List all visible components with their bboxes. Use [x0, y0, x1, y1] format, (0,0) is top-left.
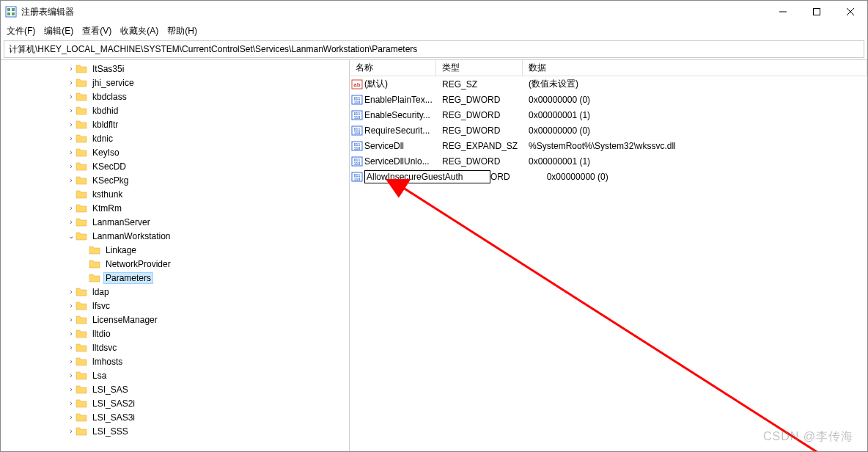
tree-item-label: LSI_SAS2i [90, 398, 137, 409]
tree-item[interactable]: ksthunk [1, 187, 349, 201]
value-row[interactable]: ab(默认)REG_SZ(数值未设置) [350, 76, 867, 92]
tree-item-label: lfsvc [90, 300, 112, 312]
tree-item-label: KtmRm [90, 203, 124, 214]
menu-favorites[interactable]: 收藏夹(A) [120, 25, 158, 37]
tree-item[interactable]: ›LanmanServer [1, 215, 349, 229]
expander-icon[interactable]: › [67, 218, 76, 226]
address-bar[interactable]: 计算机\HKEY_LOCAL_MACHINE\SYSTEM\CurrentCon… [4, 40, 864, 58]
expander-icon[interactable]: › [67, 343, 76, 351]
tree-panel[interactable]: ›ItSas35i›jhi_service›kbdclass›kbdhid›kb… [1, 60, 350, 451]
value-icon: 011110 [350, 171, 364, 183]
tree-item-label: kdnic [90, 133, 115, 145]
svg-rect-6 [814, 9, 820, 15]
menu-file[interactable]: 文件(F) [7, 25, 35, 37]
value-name: ServiceDll [364, 141, 436, 151]
expander-icon[interactable]: › [67, 106, 76, 114]
tree-item[interactable]: Linkage [1, 243, 349, 257]
values-list[interactable]: ab(默认)REG_SZ(数值未设置)011110EnablePlainTex.… [350, 76, 867, 451]
tree-item-label: Parameters [103, 272, 153, 284]
tree-item[interactable]: ›kbldfltr [1, 117, 349, 131]
expander-icon[interactable]: › [67, 427, 76, 435]
window-title: 注册表编辑器 [21, 6, 766, 18]
value-row[interactable]: 011110RequireSecurit...REG_DWORD0x000000… [350, 123, 867, 138]
expander-icon[interactable]: › [67, 413, 76, 421]
tree-item[interactable]: ›KSecDD [1, 159, 349, 173]
tree-item[interactable]: NetworkProvider [1, 257, 349, 271]
tree-item[interactable]: ›KtmRm [1, 201, 349, 215]
tree-item[interactable]: ›LSI_SAS2i [1, 396, 349, 410]
menu-view[interactable]: 查看(V) [82, 25, 111, 37]
tree-item[interactable]: ›LSI_SAS [1, 382, 349, 396]
tree-item[interactable]: Parameters [1, 271, 349, 285]
expander-icon[interactable]: › [67, 148, 76, 156]
value-data: 0x00000001 (1) [523, 110, 867, 120]
close-button[interactable] [834, 1, 867, 23]
value-icon: ab [350, 79, 364, 90]
tree-item[interactable]: ⌄LanmanWorkstation [1, 229, 349, 243]
tree-item-label: kbdhid [90, 105, 120, 117]
tree-item-label: LicenseManager [90, 314, 160, 326]
tree-item[interactable]: ›jhi_service [1, 76, 349, 90]
expander-icon[interactable]: › [67, 302, 76, 310]
tree-item[interactable]: ›lmhosts [1, 354, 349, 368]
value-type: REG_EXPAND_SZ [436, 141, 523, 151]
tree-item[interactable]: ›Lsa [1, 368, 349, 382]
expander-icon[interactable]: › [67, 385, 76, 393]
tree-item[interactable]: ›lltdsvc [1, 340, 349, 354]
column-type[interactable]: 类型 [436, 60, 523, 76]
tree-item-label: ksthunk [90, 189, 125, 200]
expander-icon[interactable]: › [67, 120, 76, 128]
tree-item[interactable]: ›KeyIso [1, 145, 349, 159]
tree-item-label: Linkage [103, 244, 139, 256]
value-row[interactable]: 011110ORD0x00000000 (0) [350, 169, 867, 184]
tree-item[interactable]: ›LSI_SAS3i [1, 410, 349, 424]
expander-icon[interactable]: › [67, 204, 76, 212]
expander-icon[interactable]: › [67, 329, 76, 338]
column-name[interactable]: 名称 [350, 60, 436, 76]
tree-item[interactable]: ›kbdclass [1, 90, 349, 103]
tree-item[interactable]: ›ItSas35i [1, 62, 349, 76]
value-row[interactable]: 011110EnableSecurity...REG_DWORD0x000000… [350, 107, 867, 123]
value-data: %SystemRoot%\System32\wkssvc.dll [523, 141, 867, 151]
menu-help[interactable]: 帮助(H) [167, 25, 197, 37]
expander-icon[interactable]: › [67, 357, 76, 365]
svg-rect-3 [7, 12, 10, 15]
svg-text:110: 110 [354, 131, 361, 135]
tree-item[interactable]: ›KSecPkg [1, 173, 349, 187]
expander-icon[interactable]: › [67, 288, 76, 296]
expander-icon[interactable]: › [67, 316, 76, 324]
expander-icon[interactable]: › [67, 79, 76, 87]
value-row[interactable]: 011110ServiceDllREG_EXPAND_SZ%SystemRoot… [350, 138, 867, 153]
minimize-button[interactable] [766, 1, 800, 23]
expander-icon[interactable]: › [67, 176, 76, 184]
maximize-button[interactable] [800, 1, 834, 23]
tree-item[interactable]: ›lfsvc [1, 299, 349, 313]
value-icon: 011110 [350, 156, 364, 167]
column-data[interactable]: 数据 [523, 60, 867, 76]
column-header: 名称 类型 数据 [350, 60, 867, 76]
tree-item[interactable]: ›kdnic [1, 131, 349, 145]
tree-item[interactable]: ›kbdhid [1, 103, 349, 117]
svg-text:110: 110 [354, 146, 361, 150]
value-row[interactable]: 011110EnablePlainTex...REG_DWORD0x000000… [350, 92, 867, 107]
expander-icon[interactable]: ⌄ [67, 232, 76, 240]
expander-icon[interactable]: › [67, 65, 76, 73]
value-row[interactable]: 011110ServiceDllUnlo...REG_DWORD0x000000… [350, 153, 867, 169]
svg-text:110: 110 [354, 177, 361, 181]
expander-icon[interactable]: › [67, 399, 76, 407]
value-name-input[interactable] [364, 170, 490, 183]
expander-icon[interactable]: › [67, 162, 76, 170]
tree-item[interactable]: ›lltdio [1, 327, 349, 340]
menu-edit[interactable]: 编辑(E) [44, 25, 73, 37]
value-data: 0x00000000 (0) [523, 125, 867, 136]
expander-icon[interactable]: › [67, 134, 76, 142]
tree-item-label: lltdio [90, 328, 113, 340]
value-type: REG_DWORD [436, 156, 523, 167]
tree-item[interactable]: ›ldap [1, 285, 349, 299]
tree-item[interactable]: ›LicenseManager [1, 313, 349, 327]
tree-item-label: LanmanServer [90, 216, 152, 228]
expander-icon[interactable]: › [67, 371, 76, 379]
tree-item-label: kbldfltr [90, 119, 120, 131]
expander-icon[interactable]: › [67, 92, 76, 101]
tree-item[interactable]: ›LSI_SSS [1, 424, 349, 438]
